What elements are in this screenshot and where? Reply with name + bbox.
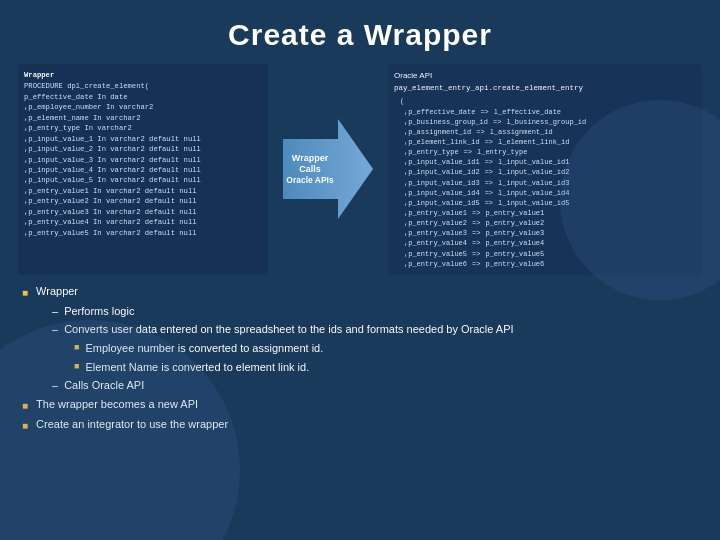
sub-dash-1: – <box>52 303 58 321</box>
param-name: ,p_entry_value1 <box>404 208 467 218</box>
param-value: p_entry_value1 <box>485 208 544 218</box>
param-value: l_effective_date <box>494 107 561 117</box>
param-value: p_entry_value2 <box>485 218 544 228</box>
param-value: l_input_value_id4 <box>498 188 569 198</box>
left-param-line: ,p_input_value_4 In varchar2 default nul… <box>24 165 262 175</box>
param-arrow: => <box>476 127 484 137</box>
arrow-graphic: Wrapper Calls Oracle APIs <box>283 109 373 229</box>
param-name: ,p_entry_value3 <box>404 228 467 238</box>
page-title: Create a Wrapper <box>0 0 720 62</box>
param-name: ,p_entry_type <box>404 147 459 157</box>
left-param-line: ,p_element_name In varchar2 <box>24 113 262 123</box>
procedure-header: PROCEDURE dpl_create_element( <box>24 81 262 91</box>
middle-panel: Wrapper Calls Oracle APIs <box>278 64 378 275</box>
sub-bullet-performs: – Performs logic <box>52 303 698 321</box>
left-panel: Wrapper PROCEDURE dpl_create_element( p_… <box>18 64 268 275</box>
param-value: l_input_value_id3 <box>498 178 569 188</box>
param-arrow: => <box>485 167 493 177</box>
param-value: p_entry_value5 <box>485 249 544 259</box>
param-arrow: => <box>485 157 493 167</box>
left-param-line: ,p_employee_number In varchar2 <box>24 102 262 112</box>
param-value: l_element_link_id <box>498 137 569 147</box>
left-param-line: ,p_input_value_3 In varchar2 default nul… <box>24 155 262 165</box>
param-arrow: => <box>493 117 501 127</box>
param-arrow: => <box>480 107 488 117</box>
svg-text:Oracle APIs: Oracle APIs <box>286 175 334 185</box>
param-value: l_entry_type <box>477 147 527 157</box>
left-param-line: ,p_entry_type In varchar2 <box>24 123 262 133</box>
left-param-line: ,p_entry_value4 In varchar2 default null <box>24 217 262 227</box>
param-value: p_entry_value4 <box>485 238 544 248</box>
param-name: ,p_input_value_id4 <box>404 188 480 198</box>
left-param-line: ,p_entry_value3 In varchar2 default null <box>24 207 262 217</box>
left-param-line: ,p_input_value_2 In varchar2 default nul… <box>24 144 262 154</box>
left-panel-label: Wrapper <box>24 70 262 80</box>
param-arrow: => <box>485 188 493 198</box>
param-name: ,p_entry_value6 <box>404 259 467 269</box>
svg-marker-0 <box>283 119 373 219</box>
param-value: p_entry_value6 <box>485 259 544 269</box>
param-name: ,p_assignment_id <box>404 127 471 137</box>
param-arrow: => <box>472 228 480 238</box>
left-param-line: ,p_input_value_1 In varchar2 default nul… <box>24 134 262 144</box>
param-arrow: => <box>472 238 480 248</box>
param-arrow: => <box>472 208 480 218</box>
param-arrow: => <box>485 178 493 188</box>
param-name: ,p_input_value_id1 <box>404 157 480 167</box>
oracle-proc-name: pay_element_entry_api.create_element_ent… <box>394 84 583 92</box>
sub-performs-text: Performs logic <box>64 303 134 321</box>
bullet-diamond-1: ■ <box>22 285 28 301</box>
param-arrow: => <box>472 259 480 269</box>
param-name: ,p_element_link_id <box>404 137 480 147</box>
param-name: ,p_entry_value4 <box>404 238 467 248</box>
param-name: ,p_input_value_id3 <box>404 178 480 188</box>
oracle-label: Oracle API <box>394 70 696 82</box>
svg-text:Wrapper: Wrapper <box>292 153 329 163</box>
param-arrow: => <box>485 198 493 208</box>
svg-text:Calls: Calls <box>299 164 321 174</box>
param-name: ,p_input_value_id2 <box>404 167 480 177</box>
param-name: ,p_entry_value5 <box>404 249 467 259</box>
param-value: l_input_value_id1 <box>498 157 569 167</box>
param-name: ,p_input_value_id5 <box>404 198 480 208</box>
oracle-proc: pay_element_entry_api.create_element_ent… <box>394 83 696 94</box>
left-param-line: p_effective_date In date <box>24 92 262 102</box>
left-params: p_effective_date In date ,p_employee_num… <box>24 92 262 238</box>
param-value: l_assignment_id <box>490 127 553 137</box>
param-arrow: => <box>464 147 472 157</box>
param-value: l_input_value_id2 <box>498 167 569 177</box>
param-value: p_entry_value3 <box>485 228 544 238</box>
param-arrow: => <box>472 218 480 228</box>
left-param-line: ,p_entry_value2 In varchar2 default null <box>24 196 262 206</box>
param-arrow: => <box>472 249 480 259</box>
bullet-wrapper: ■ Wrapper <box>22 283 698 301</box>
param-value: l_input_value_id5 <box>498 198 569 208</box>
param-value: l_business_group_id <box>506 117 586 127</box>
bullet-wrapper-text: Wrapper <box>36 283 78 301</box>
left-param-line: ,p_input_value_5 In varchar2 default nul… <box>24 175 262 185</box>
param-arrow: => <box>485 137 493 147</box>
param-name: ,p_business_group_id <box>404 117 488 127</box>
left-param-line: ,p_entry_value5 In varchar2 default null <box>24 228 262 238</box>
param-name: ,p_entry_value2 <box>404 218 467 228</box>
left-param-line: ,p_entry_value1 In varchar2 default null <box>24 186 262 196</box>
param-name: ,p_effective_date <box>404 107 475 117</box>
